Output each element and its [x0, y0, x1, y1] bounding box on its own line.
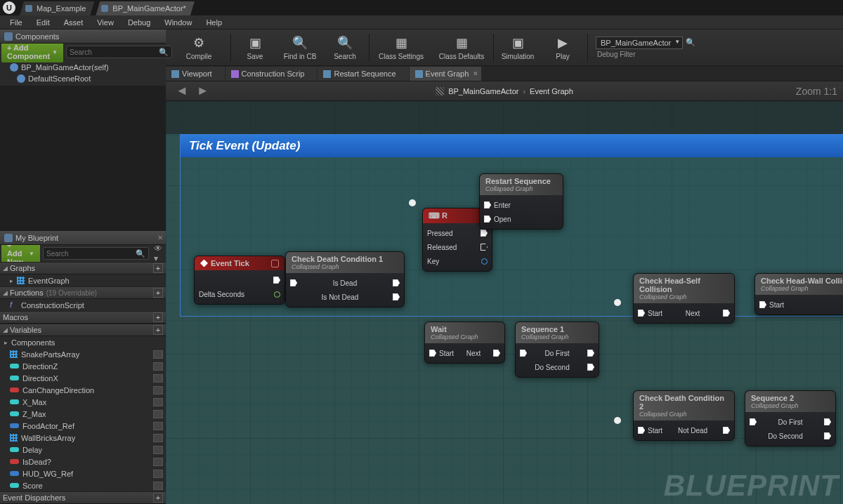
close-icon[interactable]: ✕ [157, 234, 163, 241]
tab-viewport[interactable]: Viewport [166, 67, 225, 81]
var-Z_Max[interactable]: Z_Max [0, 408, 166, 420]
var-menu-icon[interactable] [153, 470, 163, 478]
menu-edit[interactable]: Edit [30, 15, 57, 29]
var-menu-icon[interactable] [153, 362, 163, 371]
node-check-head-wall[interactable]: Check Head-Wall CollisCollapsed Graph St… [754, 273, 843, 315]
exec-out-pin[interactable] [393, 279, 400, 286]
myblueprint-search[interactable]: 🔍 [43, 247, 149, 260]
title-tab-map[interactable]: Map_Example [20, 1, 94, 15]
exec-out-pin[interactable] [273, 277, 280, 284]
tb-simulation[interactable]: ▣Simulation [495, 30, 540, 65]
exec-in-pin[interactable] [759, 301, 766, 308]
view-options-icon[interactable]: 👁▾ [152, 244, 164, 263]
tb-save[interactable]: ▣Save [233, 30, 277, 65]
add-component-button[interactable]: + Add Component▼ [1, 41, 63, 62]
menu-asset[interactable]: Asset [57, 15, 91, 29]
add-variable-button[interactable]: + [153, 325, 163, 335]
tb-class-settings[interactable]: ▦Class Settings [371, 30, 431, 65]
tb-class-defaults[interactable]: ▦Class Defaults [431, 30, 492, 65]
exec-out-pin[interactable] [393, 293, 400, 300]
var-menu-icon[interactable] [153, 398, 163, 406]
var-menu-icon[interactable] [153, 446, 163, 454]
tab-construction-scrip[interactable]: Construction Scrip [226, 67, 318, 81]
var-SnakePartsArray[interactable]: SnakePartsArray [0, 348, 166, 360]
exec-in-pin[interactable] [638, 310, 645, 317]
var-X_Max[interactable]: X_Max [0, 396, 166, 408]
tb-find-in-cb[interactable]: 🔍Find in CB [277, 30, 322, 65]
cat-functions[interactable]: ◢Functions(19 Overridable)+ [0, 286, 166, 299]
debug-object-combo[interactable]: BP_MainGameActor▼🔍 [596, 37, 683, 49]
tb-compile[interactable]: ⚙Compile [169, 30, 229, 65]
breadcrumb-graph[interactable]: Event Graph [530, 87, 573, 95]
add-function-button[interactable]: + [153, 288, 163, 298]
node-restart-sequence[interactable]: Restart SequenceCollapsed Graph Enter Op… [479, 173, 563, 230]
var-menu-icon[interactable] [153, 374, 163, 383]
exec-in-pin[interactable] [290, 279, 297, 286]
exec-out-pin[interactable] [723, 310, 730, 317]
var-CanChangeDirection[interactable]: CanChangeDirection [0, 384, 166, 396]
menu-debug[interactable]: Debug [121, 15, 157, 29]
exec-out-pin[interactable] [587, 364, 594, 371]
exec-in-pin[interactable] [429, 350, 436, 357]
key-out-pin[interactable] [481, 258, 488, 265]
var-menu-icon[interactable] [153, 482, 163, 490]
add-dispatcher-button[interactable]: + [153, 493, 163, 503]
title-tab-bp[interactable]: BP_MainGameActor* [96, 1, 195, 15]
var-FoodActor_Ref[interactable]: FoodActor_Ref [0, 420, 166, 432]
cat-graphs[interactable]: ◢Graphs+ [0, 262, 166, 274]
node-check-head-self[interactable]: Check Head-Self CollisionCollapsed Graph… [633, 273, 735, 324]
wire-reroute[interactable] [614, 417, 621, 424]
close-icon[interactable]: ✕ [473, 70, 478, 77]
node-check-death-2[interactable]: Check Death Condition 2Collapsed Graph S… [633, 390, 735, 441]
var-menu-icon[interactable] [153, 386, 163, 394]
var-menu-icon[interactable] [153, 458, 163, 466]
component-scene-root[interactable]: DefaultSceneRoot [0, 73, 166, 84]
component-root[interactable]: BP_MainGameActor(self) [0, 62, 166, 73]
menu-help[interactable]: Help [199, 15, 229, 29]
exec-in-pin[interactable] [484, 215, 491, 223]
var-Delay[interactable]: Delay [0, 444, 166, 456]
nav-fwd-icon[interactable]: ► [192, 84, 214, 98]
exec-in-pin[interactable] [484, 201, 491, 208]
exec-in-pin[interactable] [750, 418, 757, 425]
node-sequence-2[interactable]: Sequence 2Collapsed Graph Do First Do Se… [745, 390, 836, 446]
nav-back-icon[interactable]: ◄ [171, 84, 192, 98]
exec-out-pin[interactable] [824, 432, 831, 439]
cat-dispatchers[interactable]: Event Dispatchers+ [0, 491, 166, 504]
components-search[interactable]: 🔍 [66, 46, 172, 58]
exec-out-pin[interactable] [824, 418, 831, 425]
exec-out-pin[interactable] [723, 427, 730, 434]
graph-canvas[interactable]: Tick Event (Update) Event Tick [166, 101, 843, 504]
node-sequence-1[interactable]: Sequence 1Collapsed Graph Do First Do Se… [515, 321, 599, 378]
debug-filter-label[interactable]: Debug Filter [596, 51, 635, 58]
exec-out-pin[interactable] [493, 350, 500, 357]
wire-reroute[interactable] [614, 299, 621, 306]
exec-out-pin[interactable] [587, 350, 594, 357]
cat-variables-components[interactable]: ▸Components [0, 336, 166, 348]
node-check-death-1[interactable]: Check Death Condition 1Collapsed Graph I… [285, 251, 405, 307]
exec-in-pin[interactable] [520, 350, 527, 357]
menu-file[interactable]: File [3, 15, 30, 29]
tab-event-graph[interactable]: Event Graph✕ [410, 67, 482, 81]
node-wait[interactable]: WaitCollapsed Graph StartNext [424, 321, 505, 364]
exec-in-pin[interactable] [638, 427, 645, 434]
var-menu-icon[interactable] [153, 434, 163, 442]
tb-search[interactable]: 🔍Search [322, 30, 367, 65]
node-event-tick[interactable]: Event Tick Delta Seconds [194, 256, 285, 305]
var-menu-icon[interactable] [153, 422, 163, 430]
var-IsDead?[interactable]: IsDead? [0, 456, 166, 467]
comment-title[interactable]: Tick Event (Update) [181, 135, 843, 157]
add-graph-button[interactable]: + [153, 263, 163, 273]
menu-window[interactable]: Window [157, 15, 199, 29]
var-menu-icon[interactable] [153, 410, 163, 418]
menu-view[interactable]: View [90, 15, 121, 29]
fn-constructionscript[interactable]: fConstructionScript [0, 299, 166, 311]
exec-out-pin[interactable] [481, 230, 488, 237]
exec-out-pin[interactable] [481, 244, 488, 251]
breadcrumb-asset[interactable]: BP_MainGameActor [448, 87, 518, 95]
cat-variables[interactable]: ◢Variables+ [0, 324, 166, 336]
var-DirectionX[interactable]: DirectionX [0, 372, 166, 384]
graph-eventgraph[interactable]: ▸EventGraph [0, 274, 166, 286]
var-menu-icon[interactable] [153, 350, 163, 359]
float-out-pin[interactable] [274, 291, 280, 298]
